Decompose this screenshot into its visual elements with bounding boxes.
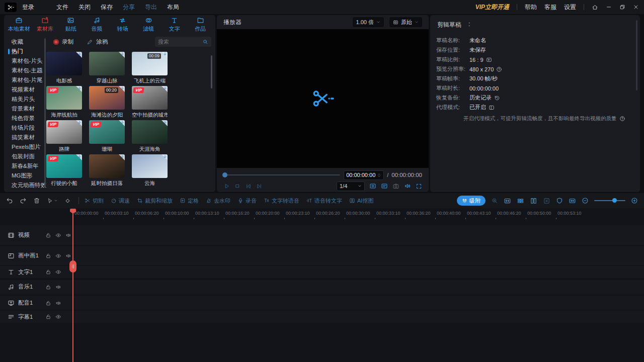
- asset-card[interactable]: VIP 海岸线航拍: [46, 86, 82, 117]
- asset-card[interactable]: 延时拍摄日落: [89, 154, 125, 185]
- fullscreen-icon[interactable]: [416, 183, 422, 190]
- timecode-spinner-icon[interactable]: [377, 173, 381, 177]
- edit-tool-button[interactable]: 文字转语音: [264, 197, 299, 205]
- lock-icon[interactable]: [45, 300, 51, 306]
- snap-toggle[interactable]: 吸附: [457, 196, 486, 206]
- asset-card[interactable]: 电影感: [46, 52, 82, 82]
- download-icon[interactable]: [77, 52, 82, 57]
- keyframe-icon[interactable]: [64, 198, 71, 204]
- asset-thumbnail[interactable]: VIP: [132, 86, 168, 110]
- asset-card[interactable]: 穿越山脉: [89, 52, 125, 82]
- track-lane[interactable]: 视频: [0, 225, 644, 245]
- asset-thumbnail[interactable]: [89, 52, 125, 75]
- edit-tool-button[interactable]: 定格: [180, 197, 199, 205]
- asset-card[interactable]: 云海: [132, 154, 168, 185]
- download-icon[interactable]: [120, 86, 125, 91]
- asset-thumbnail[interactable]: VIP: [46, 154, 82, 178]
- asset-card[interactable]: VIP 行驶的小船: [46, 154, 82, 185]
- edit-tool-button[interactable]: 调速: [111, 197, 130, 205]
- preview-viewport[interactable]: [217, 29, 429, 168]
- library-tab[interactable]: 素材库: [32, 17, 58, 33]
- play-icon[interactable]: [223, 183, 230, 190]
- speaker-icon[interactable]: [65, 253, 71, 259]
- search-box[interactable]: [155, 37, 211, 47]
- redo-icon[interactable]: [20, 197, 27, 204]
- dual-pane-icon[interactable]: [530, 197, 537, 205]
- property-action-icon[interactable]: [486, 57, 492, 63]
- asset-thumbnail[interactable]: VIP: [89, 120, 125, 144]
- category-item[interactable]: MG图形: [4, 171, 44, 180]
- playhead-line[interactable]: [72, 209, 73, 362]
- display-mode-dropdown[interactable]: 原始: [389, 17, 422, 27]
- library-tab[interactable]: 作品: [188, 17, 214, 33]
- lock-icon[interactable]: [45, 314, 51, 320]
- asset-card[interactable]: 00:09 飞机上的云端: [132, 52, 168, 82]
- asset-card[interactable]: VIP 空中拍摄的城市: [132, 86, 168, 117]
- edit-tool-button[interactable]: 切割: [85, 197, 104, 205]
- asset-thumbnail[interactable]: 00:20: [89, 86, 125, 110]
- download-icon[interactable]: [163, 86, 168, 91]
- home-icon[interactable]: [592, 4, 598, 11]
- category-item[interactable]: 背景素材: [4, 104, 44, 114]
- edit-tool-button[interactable]: 去水印: [206, 197, 230, 205]
- close-icon[interactable]: [633, 4, 639, 10]
- zoom-out-icon[interactable]: [582, 197, 589, 204]
- edit-tool-button[interactable]: 语音转文字: [306, 197, 342, 205]
- category-item[interactable]: 视频素材: [4, 85, 44, 95]
- undo-icon[interactable]: [6, 197, 13, 204]
- timeline-ruler[interactable]: 00:00:00:0000:00:03:1000:00:06:2000:00:1…: [0, 208, 644, 221]
- asset-thumbnail[interactable]: VIP: [46, 120, 82, 144]
- speaker-icon[interactable]: [55, 284, 61, 290]
- category-item[interactable]: 热门: [4, 47, 44, 56]
- playback-speed-dropdown[interactable]: 1.00 倍: [353, 17, 384, 27]
- previous-frame-icon[interactable]: [245, 183, 252, 190]
- asset-thumbnail[interactable]: 00:09: [132, 52, 168, 75]
- library-tab[interactable]: 文字: [162, 17, 188, 33]
- asset-thumbnail[interactable]: [89, 154, 125, 178]
- playhead-grip[interactable]: [69, 260, 76, 273]
- download-icon[interactable]: [120, 154, 125, 159]
- library-tab[interactable]: 本地素材: [6, 17, 32, 33]
- doodle-button[interactable]: 涂鸦: [87, 38, 108, 46]
- eye-icon[interactable]: [55, 269, 61, 275]
- select-tool-dropdown[interactable]: [47, 198, 58, 204]
- preview-zoom-icon[interactable]: [491, 197, 498, 204]
- eye-icon[interactable]: [55, 253, 61, 259]
- restore-window-icon[interactable]: [619, 4, 625, 10]
- question-icon[interactable]: [619, 116, 625, 122]
- property-action-icon[interactable]: [496, 66, 502, 72]
- record-button[interactable]: 录制: [53, 38, 73, 46]
- lock-icon[interactable]: [45, 284, 51, 290]
- asset-card[interactable]: 天涯海角: [132, 120, 168, 151]
- menu-item[interactable]: 关闭: [78, 3, 91, 12]
- library-tab[interactable]: 音频: [84, 17, 110, 33]
- edit-tool-button[interactable]: AI抠图: [349, 197, 373, 205]
- stop-icon[interactable]: [234, 183, 240, 189]
- category-item[interactable]: 转场片段: [4, 123, 44, 133]
- asset-thumbnail[interactable]: [132, 154, 168, 178]
- preview-quality-dropdown[interactable]: 1/4: [337, 182, 365, 191]
- category-item[interactable]: 搞笑素材: [4, 133, 44, 142]
- asset-card[interactable]: VIP 珊瑚: [89, 120, 125, 151]
- split-view-icon[interactable]: [517, 197, 524, 205]
- download-icon[interactable]: [163, 154, 168, 159]
- track-lane[interactable]: 画中画1: [0, 246, 644, 265]
- fit-timeline-icon[interactable]: [569, 197, 576, 205]
- asset-thumbnail[interactable]: [132, 120, 168, 144]
- volume-icon[interactable]: [404, 183, 411, 190]
- category-item[interactable]: 纯色背景: [4, 114, 44, 123]
- asset-card[interactable]: VIP 路牌: [46, 120, 82, 151]
- category-item[interactable]: 新春&新年: [4, 161, 44, 171]
- download-icon[interactable]: [77, 154, 82, 159]
- menu-item[interactable]: 文件: [56, 3, 68, 12]
- asset-thumbnail[interactable]: VIP: [46, 86, 82, 110]
- category-scrollbar[interactable]: [44, 38, 46, 187]
- zoom-in-icon[interactable]: [631, 197, 638, 204]
- lock-icon[interactable]: [45, 253, 51, 259]
- download-icon[interactable]: [120, 120, 125, 125]
- library-tab[interactable]: 滤镜: [136, 17, 162, 33]
- category-item[interactable]: 素材包-片尾: [4, 75, 44, 85]
- download-icon[interactable]: [163, 52, 168, 57]
- draft-panel-scrollbar[interactable]: [636, 20, 637, 90]
- asset-card[interactable]: 00:20 海滩边的夕阳: [89, 86, 125, 117]
